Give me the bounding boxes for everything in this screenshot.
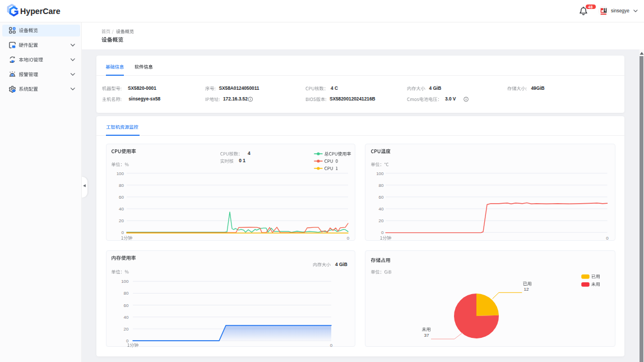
svg-text:12: 12 bbox=[524, 287, 529, 292]
svg-text:80: 80 bbox=[119, 183, 124, 188]
svg-text:0: 0 bbox=[126, 338, 129, 343]
svg-text:80: 80 bbox=[379, 183, 384, 188]
svg-text:40: 40 bbox=[379, 207, 384, 212]
svg-text:0: 0 bbox=[330, 343, 333, 348]
svg-text:60: 60 bbox=[119, 195, 124, 200]
svg-text:80: 80 bbox=[124, 291, 129, 296]
svg-text:40: 40 bbox=[124, 315, 129, 320]
svg-text:20: 20 bbox=[379, 218, 384, 223]
svg-text:100: 100 bbox=[121, 279, 129, 284]
svg-text:100: 100 bbox=[117, 171, 124, 176]
svg-text:20: 20 bbox=[119, 218, 124, 223]
svg-text:40: 40 bbox=[119, 207, 124, 212]
svg-text:60: 60 bbox=[379, 195, 384, 200]
svg-text:100: 100 bbox=[376, 171, 384, 176]
svg-text:0: 0 bbox=[381, 230, 384, 235]
svg-text:37: 37 bbox=[424, 333, 429, 338]
svg-text:20: 20 bbox=[124, 327, 129, 332]
svg-text:0: 0 bbox=[122, 230, 124, 235]
svg-text:0: 0 bbox=[347, 236, 350, 241]
svg-text:60: 60 bbox=[124, 303, 129, 308]
svg-text:0: 0 bbox=[606, 236, 609, 241]
